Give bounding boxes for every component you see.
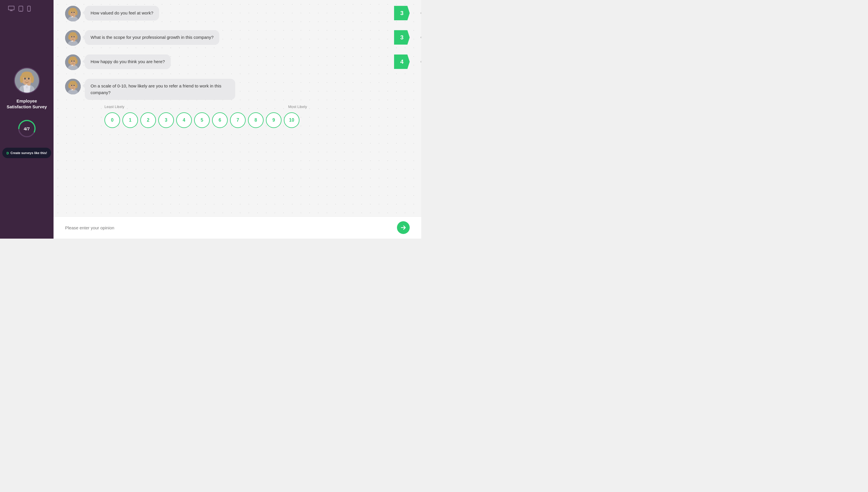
svg-point-39 bbox=[73, 40, 75, 42]
message-wrapper-1: How valued do you feel at work? 3 ✏ bbox=[85, 6, 404, 21]
brand-icon: ᴅ bbox=[6, 151, 9, 155]
nps-button-0[interactable]: 0 bbox=[104, 113, 120, 128]
svg-point-57 bbox=[75, 83, 78, 88]
svg-point-38 bbox=[73, 38, 73, 38]
svg-point-34 bbox=[68, 34, 71, 40]
avatar-icon-2 bbox=[65, 30, 81, 46]
svg-point-26 bbox=[74, 12, 75, 13]
nps-labels: Least Likely Most Likely bbox=[104, 104, 307, 109]
svg-point-14 bbox=[26, 80, 27, 81]
edit-icon-3[interactable]: ✏ bbox=[420, 59, 421, 65]
progress-text: 4/7 bbox=[24, 126, 30, 131]
svg-point-12 bbox=[24, 78, 26, 80]
message-text-4: On a scale of 0-10, how likely are you t… bbox=[90, 83, 221, 95]
edit-icon-1[interactable]: ✏ bbox=[420, 10, 421, 16]
svg-point-47 bbox=[71, 60, 72, 62]
avatar-icon bbox=[65, 6, 81, 21]
message-wrapper-2: What is the scope for your professional … bbox=[85, 30, 404, 45]
main-content: How valued do you feel at work? 3 ✏ bbox=[54, 0, 421, 239]
nps-button-1[interactable]: 1 bbox=[123, 113, 138, 128]
avatar bbox=[14, 68, 40, 94]
svg-point-60 bbox=[73, 86, 73, 87]
message-wrapper-3: How happy do you think you are here? 4 ✏ bbox=[85, 54, 404, 69]
opinion-input[interactable] bbox=[65, 225, 397, 230]
svg-point-33 bbox=[70, 32, 76, 36]
nps-least-label: Least Likely bbox=[104, 104, 125, 109]
nps-button-3[interactable]: 3 bbox=[158, 113, 174, 128]
svg-point-44 bbox=[70, 56, 76, 60]
chat-bubble-2: What is the scope for your professional … bbox=[85, 30, 219, 45]
message-text-3: How happy do you think you are here? bbox=[90, 59, 165, 64]
message-text-1: How valued do you feel at work? bbox=[90, 10, 153, 15]
chat-message-3: How happy do you think you are here? 4 ✏ bbox=[65, 54, 404, 70]
create-survey-button[interactable]: ᴅ Create surveys like this! bbox=[2, 148, 51, 158]
nps-buttons: 0 1 2 3 4 5 6 7 8 9 10 bbox=[104, 113, 404, 128]
svg-point-55 bbox=[70, 81, 76, 85]
svg-point-48 bbox=[74, 60, 75, 62]
chat-message-4: On a scale of 0-10, how likely are you t… bbox=[65, 79, 404, 128]
svg-point-24 bbox=[75, 10, 78, 15]
svg-point-13 bbox=[28, 78, 29, 80]
svg-point-35 bbox=[75, 34, 78, 40]
chat-bubble-3: How happy do you think you are here? bbox=[85, 54, 171, 69]
svg-point-37 bbox=[74, 36, 75, 38]
svg-point-11 bbox=[31, 75, 34, 83]
svg-point-36 bbox=[71, 36, 72, 38]
chat-message-2: What is the scope for your professional … bbox=[65, 30, 404, 46]
svg-point-23 bbox=[68, 10, 71, 15]
svg-point-22 bbox=[70, 8, 76, 12]
progress-circle-container: 4/7 bbox=[17, 118, 37, 139]
edit-icon-2[interactable]: ✏ bbox=[420, 35, 421, 40]
svg-point-15 bbox=[27, 82, 31, 86]
chat-bubble-1: How valued do you feel at work? bbox=[85, 6, 159, 21]
progress-circle: 4/7 bbox=[17, 118, 37, 139]
svg-point-10 bbox=[20, 75, 23, 83]
svg-point-49 bbox=[73, 62, 73, 63]
svg-point-9 bbox=[21, 72, 32, 78]
message-text-2: What is the scope for your professional … bbox=[90, 35, 213, 40]
nps-button-10[interactable]: 10 bbox=[284, 113, 299, 128]
nps-button-2[interactable]: 2 bbox=[140, 113, 156, 128]
input-area bbox=[54, 216, 421, 239]
svg-point-46 bbox=[75, 59, 78, 64]
svg-point-59 bbox=[74, 85, 75, 86]
svg-point-56 bbox=[68, 83, 71, 88]
nps-message-container: On a scale of 0-10, how likely are you t… bbox=[85, 79, 404, 128]
svg-point-50 bbox=[73, 64, 75, 66]
svg-point-61 bbox=[73, 88, 75, 90]
sidebar-center: Employee Satisfaction Survey 4/7 ᴅ Creat… bbox=[0, 0, 54, 233]
score-badge-1[interactable]: 3 bbox=[394, 6, 410, 20]
svg-point-25 bbox=[71, 12, 72, 13]
create-survey-label: Create surveys like this! bbox=[10, 151, 47, 155]
survey-title: Employee Satisfaction Survey bbox=[0, 98, 54, 109]
send-button[interactable] bbox=[397, 221, 410, 234]
nps-button-7[interactable]: 7 bbox=[230, 113, 246, 128]
svg-point-45 bbox=[68, 59, 71, 64]
chat-message: How valued do you feel at work? 3 ✏ bbox=[65, 6, 404, 21]
sidebar: Employee Satisfaction Survey 4/7 ᴅ Creat… bbox=[0, 0, 54, 239]
chat-bubble-4: On a scale of 0-10, how likely are you t… bbox=[85, 79, 235, 100]
nps-button-5[interactable]: 5 bbox=[194, 113, 210, 128]
chat-area: How valued do you feel at work? 3 ✏ bbox=[54, 0, 421, 216]
nps-button-8[interactable]: 8 bbox=[248, 113, 264, 128]
nps-most-label: Most Likely bbox=[288, 104, 307, 109]
nps-button-4[interactable]: 4 bbox=[176, 113, 192, 128]
score-badge-2[interactable]: 3 bbox=[394, 30, 410, 45]
svg-point-58 bbox=[71, 85, 72, 86]
svg-point-27 bbox=[73, 13, 73, 14]
nps-button-9[interactable]: 9 bbox=[266, 113, 282, 128]
nps-section: Least Likely Most Likely 0 1 2 3 4 5 6 7… bbox=[104, 104, 404, 128]
avatar-icon-4 bbox=[65, 79, 81, 94]
nps-button-6[interactable]: 6 bbox=[212, 113, 228, 128]
svg-point-28 bbox=[73, 15, 75, 17]
score-badge-3[interactable]: 4 bbox=[394, 54, 410, 69]
avatar-icon-3 bbox=[65, 54, 81, 70]
